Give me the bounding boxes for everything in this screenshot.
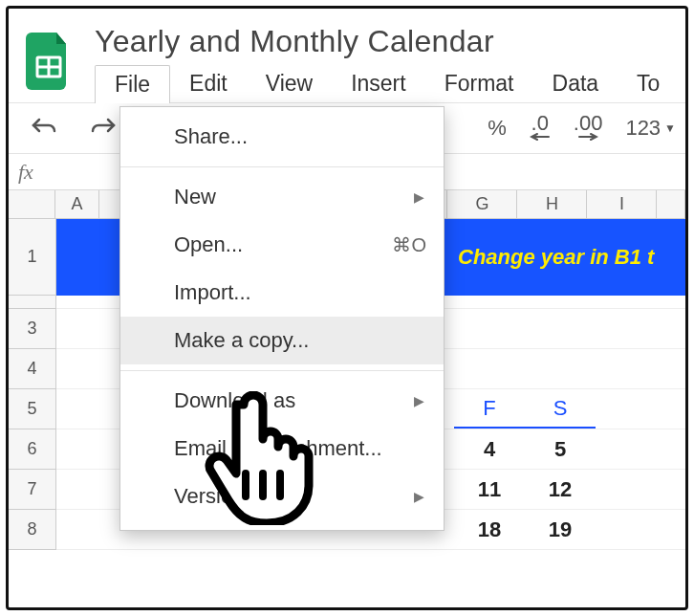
row-head-1[interactable]: 1 [9, 219, 56, 296]
shortcut-label: ⌘O [392, 233, 426, 256]
sheets-logo [26, 28, 72, 95]
col-head-I[interactable]: I [587, 190, 657, 219]
menu-view[interactable]: View [247, 65, 332, 103]
decrease-decimal-button[interactable]: .0 [530, 115, 551, 142]
day-head-S: S [525, 389, 596, 429]
menu-share[interactable]: Share... [120, 113, 444, 161]
menubar: File Edit View Insert Format Data To [95, 65, 679, 103]
menu-separator [120, 166, 444, 167]
redo-button[interactable] [83, 112, 123, 144]
pointer-hand-icon [200, 391, 314, 529]
menu-import[interactable]: Import... [120, 269, 444, 317]
menu-data[interactable]: Data [533, 65, 618, 103]
cell-S8[interactable]: 19 [525, 510, 596, 549]
cell-S7[interactable]: 12 [525, 470, 596, 509]
banner-text: Change year in B1 t [458, 245, 654, 270]
submenu-arrow-icon: ▶ [414, 489, 424, 504]
row-head-5[interactable]: 5 [9, 389, 56, 429]
row-head-8[interactable]: 8 [9, 510, 56, 550]
row-head-6[interactable]: 6 [9, 429, 56, 470]
row-headers: 1 3 4 5 6 7 8 [9, 219, 56, 550]
cell-S6[interactable]: 5 [525, 429, 596, 469]
select-all-corner[interactable] [9, 190, 55, 219]
submenu-arrow-icon: ▶ [414, 393, 424, 408]
menu-edit[interactable]: Edit [170, 65, 247, 103]
header: Yearly and Monthly Calendar File Edit Vi… [9, 9, 685, 103]
submenu-arrow-icon: ▶ [414, 189, 424, 205]
menu-tools[interactable]: To [618, 65, 679, 103]
row-head-7[interactable]: 7 [9, 470, 56, 510]
menu-format[interactable]: Format [425, 65, 533, 103]
menu-separator [120, 370, 444, 371]
row-head-3[interactable]: 3 [9, 309, 56, 349]
menu-open[interactable]: Open... ⌘O [120, 221, 444, 269]
number-format-button[interactable]: 123 ▼ [625, 116, 676, 141]
col-head-G[interactable]: G [447, 190, 517, 219]
menu-make-a-copy[interactable]: Make a copy... [120, 317, 444, 364]
col-head-A[interactable]: A [55, 190, 98, 219]
menu-insert[interactable]: Insert [332, 65, 425, 103]
page-title[interactable]: Yearly and Monthly Calendar [95, 22, 679, 59]
menu-new[interactable]: New ▶ [120, 173, 444, 221]
fx-label: fx [18, 160, 33, 185]
chevron-down-icon: ▼ [664, 121, 676, 135]
cell-F8[interactable]: 18 [454, 510, 525, 549]
col-head-J[interactable] [657, 190, 685, 219]
menu-file[interactable]: File [95, 65, 170, 103]
col-head-H[interactable]: H [517, 190, 587, 219]
row-head-2[interactable] [9, 296, 56, 309]
undo-button[interactable] [24, 112, 64, 144]
day-head-F: F [454, 389, 525, 429]
percent-format-button[interactable]: % [488, 116, 507, 141]
row-head-4[interactable]: 4 [9, 349, 56, 389]
cell-F6[interactable]: 4 [454, 429, 525, 469]
increase-decimal-button[interactable]: .00 [574, 115, 603, 142]
cell-F7[interactable]: 11 [454, 470, 525, 509]
